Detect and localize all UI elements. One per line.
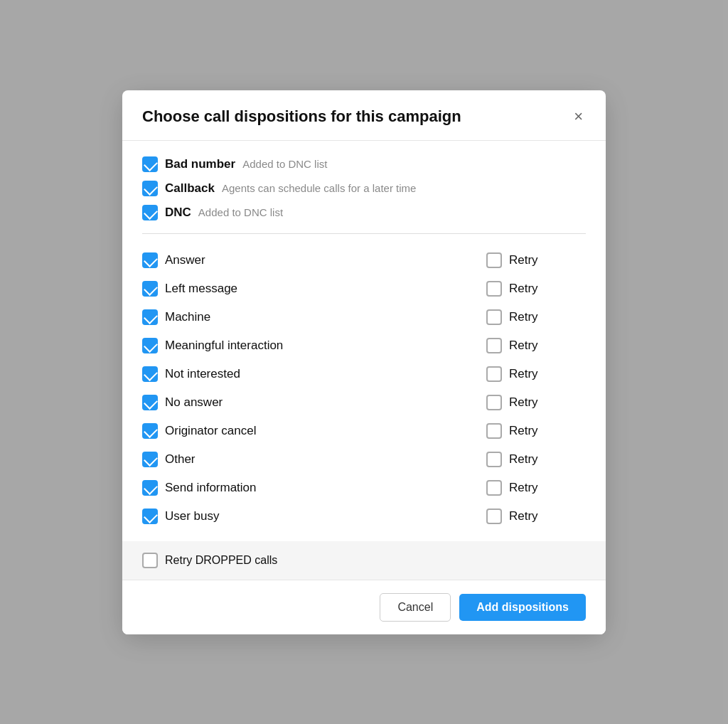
disposition-row-other: OtherRetry <box>142 446 586 473</box>
disposition-checkbox-originator-cancel[interactable] <box>142 423 158 439</box>
retry-section-answer: Retry <box>486 252 586 268</box>
retry-checkbox-originator-cancel[interactable] <box>486 423 502 439</box>
retry-label-left-message[interactable]: Retry <box>509 282 538 296</box>
disposition-label-machine[interactable]: Machine <box>165 310 210 324</box>
disposition-label-no-answer[interactable]: No answer <box>165 395 223 410</box>
modal-title: Choose call dispositions for this campai… <box>142 107 461 126</box>
disposition-row-no-answer: No answerRetry <box>142 389 586 416</box>
retry-checkbox-user-busy[interactable] <box>486 509 502 524</box>
fixed-item-bad-number: Bad numberAdded to DNC list <box>142 156 586 172</box>
retry-label-answer[interactable]: Retry <box>509 253 538 267</box>
section-divider <box>142 233 586 234</box>
retry-label-no-answer[interactable]: Retry <box>509 395 538 410</box>
disposition-left-no-answer: No answer <box>142 395 486 410</box>
checkbox-callback[interactable] <box>142 181 158 196</box>
fixed-item-label-bad-number: Bad number <box>165 157 235 171</box>
disposition-label-meaningful-interaction[interactable]: Meaningful interaction <box>165 339 283 353</box>
disposition-left-answer: Answer <box>142 252 486 268</box>
fixed-item-desc-bad-number: Added to DNC list <box>242 158 327 170</box>
disposition-row-left-message: Left messageRetry <box>142 275 586 302</box>
retry-section-machine: Retry <box>486 309 586 325</box>
retry-checkbox-not-interested[interactable] <box>486 366 502 382</box>
retry-checkbox-answer[interactable] <box>486 252 502 268</box>
retry-section-meaningful-interaction: Retry <box>486 338 586 353</box>
disposition-checkbox-no-answer[interactable] <box>142 395 158 410</box>
retry-checkbox-meaningful-interaction[interactable] <box>486 338 502 353</box>
disposition-label-not-interested[interactable]: Not interested <box>165 367 240 381</box>
modal: Choose call dispositions for this campai… <box>122 90 606 634</box>
disposition-row-not-interested: Not interestedRetry <box>142 361 586 388</box>
fixed-item-desc-dnc: Added to DNC list <box>198 206 283 218</box>
disposition-label-other[interactable]: Other <box>165 452 196 467</box>
fixed-item-dnc: DNCAdded to DNC list <box>142 205 586 220</box>
retry-checkbox-other[interactable] <box>486 452 502 467</box>
cancel-button[interactable]: Cancel <box>380 593 451 622</box>
disposition-checkbox-other[interactable] <box>142 452 158 467</box>
retry-section-originator-cancel: Retry <box>486 423 586 439</box>
add-dispositions-button[interactable]: Add dispositions <box>459 594 586 621</box>
retry-dropped-section: Retry DROPPED calls <box>122 541 606 580</box>
checkbox-dnc[interactable] <box>142 205 158 220</box>
disposition-label-send-information[interactable]: Send information <box>165 481 257 495</box>
retry-section-other: Retry <box>486 452 586 467</box>
disposition-left-meaningful-interaction: Meaningful interaction <box>142 338 486 353</box>
retry-label-not-interested[interactable]: Retry <box>509 367 538 381</box>
close-button[interactable]: × <box>571 106 586 127</box>
disposition-left-send-information: Send information <box>142 480 486 496</box>
disposition-label-user-busy[interactable]: User busy <box>165 509 220 523</box>
disposition-row-user-busy: User busyRetry <box>142 503 586 530</box>
retry-dropped-checkbox[interactable] <box>142 553 158 568</box>
disposition-checkbox-answer[interactable] <box>142 252 158 268</box>
retry-label-send-information[interactable]: Retry <box>509 481 538 495</box>
disposition-label-originator-cancel[interactable]: Originator cancel <box>165 424 257 438</box>
disposition-label-answer[interactable]: Answer <box>165 253 205 267</box>
disposition-label-left-message[interactable]: Left message <box>165 282 237 296</box>
disposition-left-other: Other <box>142 452 486 467</box>
retry-section-user-busy: Retry <box>486 509 586 524</box>
disposition-row-originator-cancel: Originator cancelRetry <box>142 417 586 444</box>
checkbox-bad-number[interactable] <box>142 156 158 172</box>
fixed-items-section: Bad numberAdded to DNC listCallbackAgent… <box>142 156 586 220</box>
retry-checkbox-machine[interactable] <box>486 309 502 325</box>
disposition-left-user-busy: User busy <box>142 509 486 524</box>
fixed-item-label-callback: Callback <box>165 181 215 196</box>
disposition-left-machine: Machine <box>142 309 486 325</box>
disposition-grid: AnswerRetryLeft messageRetryMachineRetry… <box>142 247 586 530</box>
disposition-row-meaningful-interaction: Meaningful interactionRetry <box>142 332 586 359</box>
retry-label-user-busy[interactable]: Retry <box>509 509 538 523</box>
retry-section-send-information: Retry <box>486 480 586 496</box>
fixed-item-desc-callback: Agents can schedule calls for a later ti… <box>222 182 416 194</box>
retry-checkbox-no-answer[interactable] <box>486 395 502 410</box>
disposition-checkbox-machine[interactable] <box>142 309 158 325</box>
disposition-left-originator-cancel: Originator cancel <box>142 423 486 439</box>
modal-footer: Cancel Add dispositions <box>122 580 606 634</box>
disposition-checkbox-meaningful-interaction[interactable] <box>142 338 158 353</box>
disposition-checkbox-left-message[interactable] <box>142 281 158 297</box>
fixed-item-callback: CallbackAgents can schedule calls for a … <box>142 181 586 196</box>
modal-header: Choose call dispositions for this campai… <box>122 90 606 141</box>
retry-dropped-label[interactable]: Retry DROPPED calls <box>165 554 277 567</box>
disposition-row-machine: MachineRetry <box>142 304 586 331</box>
disposition-left-not-interested: Not interested <box>142 366 486 382</box>
retry-section-no-answer: Retry <box>486 395 586 410</box>
disposition-row-answer: AnswerRetry <box>142 247 586 274</box>
retry-checkbox-left-message[interactable] <box>486 281 502 297</box>
disposition-checkbox-not-interested[interactable] <box>142 366 158 382</box>
retry-label-originator-cancel[interactable]: Retry <box>509 424 538 438</box>
retry-label-meaningful-interaction[interactable]: Retry <box>509 339 538 353</box>
retry-section-left-message: Retry <box>486 281 586 297</box>
disposition-row-send-information: Send informationRetry <box>142 474 586 501</box>
fixed-item-label-dnc: DNC <box>165 206 191 220</box>
retry-label-machine[interactable]: Retry <box>509 310 538 324</box>
disposition-left-left-message: Left message <box>142 281 486 297</box>
modal-overlay: Choose call dispositions for this campai… <box>0 0 728 724</box>
retry-checkbox-send-information[interactable] <box>486 480 502 496</box>
disposition-checkbox-user-busy[interactable] <box>142 509 158 524</box>
retry-label-other[interactable]: Retry <box>509 452 538 467</box>
modal-body: Bad numberAdded to DNC listCallbackAgent… <box>122 141 606 580</box>
disposition-checkbox-send-information[interactable] <box>142 480 158 496</box>
retry-section-not-interested: Retry <box>486 366 586 382</box>
